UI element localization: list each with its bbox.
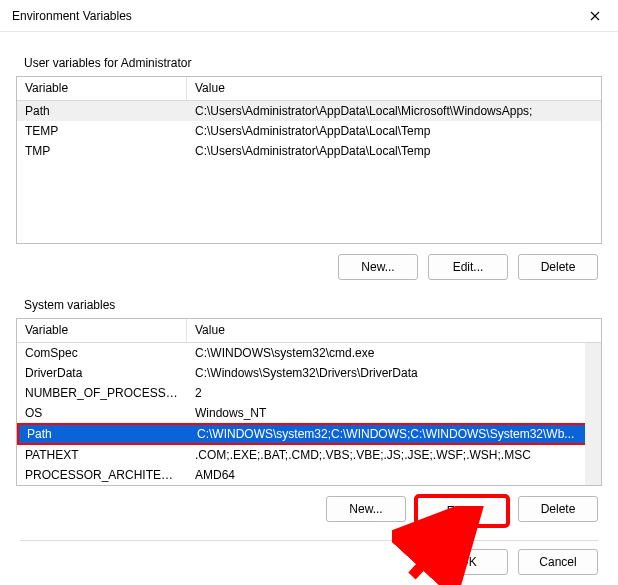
system-variables-list[interactable]: Variable Value ComSpec C:\WINDOWS\system… [16, 318, 602, 486]
column-header-variable[interactable]: Variable [17, 319, 187, 342]
cell-value: C:\WINDOWS\system32\cmd.exe [187, 345, 601, 361]
table-row[interactable]: TEMP C:\Users\Administrator\AppData\Loca… [17, 121, 601, 141]
system-new-button[interactable]: New... [326, 496, 406, 522]
cell-variable: ComSpec [17, 345, 187, 361]
system-button-row: New... Edit... Delete [16, 496, 598, 526]
table-row[interactable]: ComSpec C:\WINDOWS\system32\cmd.exe [17, 343, 601, 363]
close-button[interactable] [572, 0, 618, 32]
cell-variable: TMP [17, 143, 187, 159]
cell-variable: PROCESSOR_ARCHITECTURE [17, 467, 187, 483]
column-headers: Variable Value [17, 319, 601, 343]
divider [20, 540, 598, 541]
user-variables-label: User variables for Administrator [24, 56, 602, 70]
cancel-button[interactable]: Cancel [518, 549, 598, 575]
cell-value: C:\WINDOWS\system32;C:\WINDOWS;C:\WINDOW… [189, 426, 599, 442]
system-variables-body: ComSpec C:\WINDOWS\system32\cmd.exe Driv… [17, 343, 601, 485]
table-row[interactable]: TMP C:\Users\Administrator\AppData\Local… [17, 141, 601, 161]
dialog-content: User variables for Administrator Variabl… [0, 32, 618, 583]
user-new-button[interactable]: New... [338, 254, 418, 280]
user-edit-button[interactable]: Edit... [428, 254, 508, 280]
column-header-value[interactable]: Value [187, 77, 601, 100]
user-button-row: New... Edit... Delete [16, 254, 598, 280]
column-header-variable[interactable]: Variable [17, 77, 187, 100]
table-row[interactable]: Path C:\Users\Administrator\AppData\Loca… [17, 101, 601, 121]
cell-variable: Path [19, 426, 189, 442]
cell-variable: DriverData [17, 365, 187, 381]
title-bar: Environment Variables [0, 0, 618, 32]
cell-variable: Path [17, 103, 187, 119]
column-header-value[interactable]: Value [187, 319, 601, 342]
table-row[interactable]: NUMBER_OF_PROCESSORS 2 [17, 383, 601, 403]
cell-variable: OS [17, 405, 187, 421]
table-row[interactable]: PROCESSOR_ARCHITECTURE AMD64 [17, 465, 601, 485]
close-icon [590, 11, 600, 21]
cell-variable: PATHEXT [17, 447, 187, 463]
ok-button[interactable]: OK [428, 549, 508, 575]
cell-value: C:\Users\Administrator\AppData\Local\Mic… [187, 103, 601, 119]
column-headers: Variable Value [17, 77, 601, 101]
user-delete-button[interactable]: Delete [518, 254, 598, 280]
window-title: Environment Variables [12, 9, 572, 23]
system-variables-label: System variables [24, 298, 602, 312]
cell-variable: NUMBER_OF_PROCESSORS [17, 385, 187, 401]
cell-variable: TEMP [17, 123, 187, 139]
table-row[interactable]: PATHEXT .COM;.EXE;.BAT;.CMD;.VBS;.VBE;.J… [17, 445, 601, 465]
footer-button-row: OK Cancel [16, 549, 598, 575]
cell-value: C:\Windows\System32\Drivers\DriverData [187, 365, 601, 381]
cell-value: C:\Users\Administrator\AppData\Local\Tem… [187, 123, 601, 139]
cell-value: .COM;.EXE;.BAT;.CMD;.VBS;.VBE;.JS;.JSE;.… [187, 447, 601, 463]
table-row-selected[interactable]: Path C:\WINDOWS\system32;C:\WINDOWS;C:\W… [17, 423, 601, 445]
cell-value: Windows_NT [187, 405, 601, 421]
scrollbar[interactable] [585, 343, 601, 485]
table-row[interactable]: OS Windows_NT [17, 403, 601, 423]
table-row[interactable]: DriverData C:\Windows\System32\Drivers\D… [17, 363, 601, 383]
cell-value: C:\Users\Administrator\AppData\Local\Tem… [187, 143, 601, 159]
user-variables-body: Path C:\Users\Administrator\AppData\Loca… [17, 101, 601, 243]
cell-value: 2 [187, 385, 601, 401]
user-variables-list[interactable]: Variable Value Path C:\Users\Administrat… [16, 76, 602, 244]
cell-value: AMD64 [187, 467, 601, 483]
system-edit-button[interactable]: Edit... [416, 496, 508, 526]
system-delete-button[interactable]: Delete [518, 496, 598, 522]
